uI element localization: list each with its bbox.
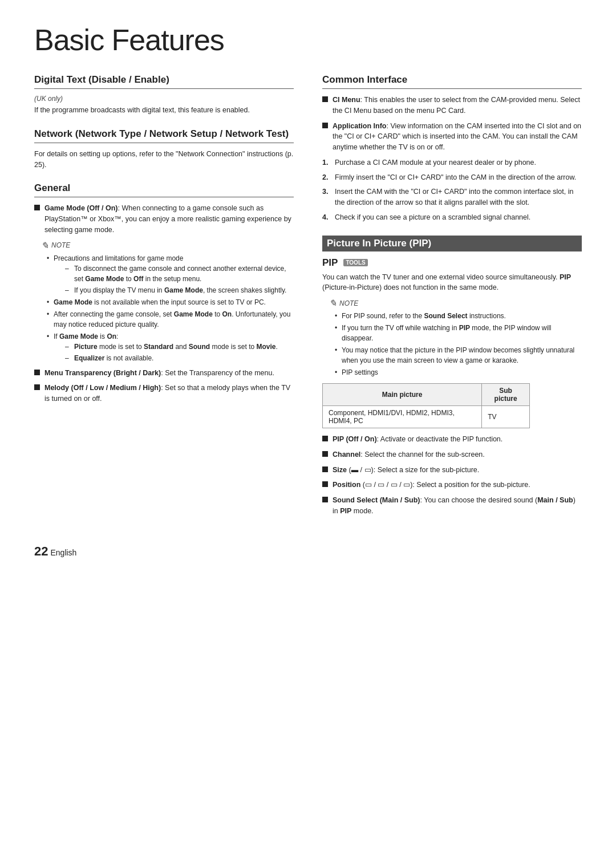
menu-transparency-bullet: Menu Transparency (Bright / Dark): Set t… [34, 368, 294, 379]
pip-off-on-label: PIP (Off / On) [333, 435, 377, 443]
bullet-icon-ci [322, 96, 328, 102]
pip-off-on-text: PIP (Off / On): Activate or deactivate t… [333, 434, 582, 445]
ci-menu-text: CI Menu: This enables the user to select… [333, 95, 582, 116]
step-3-text: Insert the CAM with the "CI or CI+ CARD"… [335, 186, 582, 208]
game-mode-text: Game Mode (Off / On): When connecting to… [44, 203, 294, 235]
left-column: Digital Text (Disable / Enable) (UK only… [34, 74, 294, 521]
pip-table-row1-col1: Component, HDMI1/DVI, HDMI2, HDMI3, HDMI… [323, 406, 482, 428]
step-1-num: 1. [322, 157, 331, 168]
step-3: 3. Insert the CAM with the "CI or CI+ CA… [322, 186, 582, 208]
bullet-icon [34, 205, 40, 210]
note-sub-2b: Equalizer is not available. [65, 353, 294, 363]
melody-text: Melody (Off / Low / Medium / High): Set … [44, 383, 294, 404]
note-section: ✎ NOTE Precautions and limitations for g… [34, 240, 294, 363]
pip-off-on-bullet: PIP (Off / On): Activate or deactivate t… [322, 434, 582, 445]
melody-bullet: Melody (Off / Low / Medium / High): Set … [34, 383, 294, 404]
page-number: 22 [34, 544, 48, 558]
position-bullet: Position (▭ / ▭ / ▭ / ▭): Select a posit… [322, 480, 582, 490]
channel-label: Channel [333, 451, 360, 459]
step-4-text: Check if you can see a picture on a scra… [335, 212, 530, 223]
numbered-steps: 1. Purchase a CI CAM module at your near… [322, 157, 582, 223]
section-network-title: Network (Network Type / Network Setup / … [34, 128, 294, 143]
step-2-text: Firmly insert the "CI or CI+ CARD" into … [335, 172, 576, 183]
pip-note-1: For PIP sound, refer to the Sound Select… [335, 311, 582, 321]
step-1: 1. Purchase a CI CAM module at your near… [322, 157, 582, 168]
step-2: 2. Firmly insert the "CI or CI+ CARD" in… [322, 172, 582, 183]
size-label: Size [333, 466, 347, 474]
step-3-num: 3. [322, 186, 331, 197]
game-mode-bullet: Game Mode (Off / On): When connecting to… [34, 203, 294, 235]
channel-text: Channel: Select the channel for the sub-… [333, 449, 582, 460]
melody-label: Melody (Off / Low / Medium / High) [44, 384, 161, 392]
section-general-title: General [34, 182, 294, 197]
position-label: Position [333, 481, 360, 489]
bullet-icon-pip1 [322, 436, 328, 441]
note-item-3: After connecting the game console, set G… [47, 309, 294, 330]
bullet-icon-pip3 [322, 466, 328, 472]
size-bullet: Size (▬ / ▭): Select a size for the sub-… [322, 465, 582, 476]
ci-menu-desc: : This enables the user to select from t… [333, 96, 580, 115]
channel-bullet: Channel: Select the channel for the sub-… [322, 449, 582, 460]
pip-table-row1: Component, HDMI1/DVI, HDMI2, HDMI3, HDMI… [323, 406, 530, 428]
page-language: English [50, 548, 76, 557]
pip-body: You can watch the TV tuner and one exter… [322, 272, 582, 294]
section-pip-title: Picture In Picture (PIP) [322, 236, 582, 251]
pip-note-4: PIP settings [335, 367, 582, 378]
pip-note-bullets: For PIP sound, refer to the Sound Select… [329, 311, 582, 378]
note-sub-2: Picture mode is set to Standard and Soun… [54, 342, 294, 363]
digital-text-body: If the programme broadcasts with digital… [34, 105, 294, 116]
pip-table-col2-header: Sub picture [482, 384, 530, 406]
bullet-icon-pip4 [322, 481, 328, 487]
pip-note-icon: ✎ [329, 298, 337, 309]
tools-badge: TOOLS [343, 259, 367, 266]
step-4: 4. Check if you can see a picture on a s… [322, 212, 582, 223]
ci-menu-label: CI Menu [333, 96, 360, 104]
pip-note-2: If you turn the TV off while watching in… [335, 323, 582, 343]
page-title: Basic Features [34, 23, 582, 57]
app-info-bullet: Application Info: View information on th… [322, 121, 582, 153]
sound-select-text: Sound Select (Main / Sub): You can choos… [333, 495, 582, 517]
section-common-interface-title: Common Interface [322, 74, 582, 89]
pip-table-col1-header: Main picture [323, 384, 482, 406]
note-sub-2a: Picture mode is set to Standard and Soun… [65, 342, 294, 352]
bullet-icon-3 [34, 384, 40, 390]
bullet-icon-pip2 [322, 451, 328, 457]
page-footer: 22English [34, 544, 582, 559]
sound-select-bullet: Sound Select (Main / Sub): You can choos… [322, 495, 582, 517]
size-text: Size (▬ / ▭): Select a size for the sub-… [333, 465, 582, 476]
pip-label: PIP [322, 257, 338, 269]
section-digital-text-title: Digital Text (Disable / Enable) [34, 74, 294, 89]
pip-table: Main picture Sub picture Component, HDMI… [322, 383, 530, 428]
network-body: For details on setting up options, refer… [34, 149, 294, 171]
bullet-icon-pip5 [322, 497, 328, 502]
app-info-label: Application Info [333, 122, 386, 130]
game-mode-label: Game Mode (Off / On) [44, 204, 117, 212]
note-sub-1: To disconnect the game console and conne… [54, 263, 294, 295]
step-2-num: 2. [322, 172, 331, 183]
pip-note-3: You may notice that the picture in the P… [335, 345, 582, 366]
right-column: Common Interface CI Menu: This enables t… [322, 74, 582, 521]
app-info-text: Application Info: View information on th… [333, 121, 582, 153]
pip-table-row1-col2: TV [482, 406, 530, 428]
note-sub-1a: To disconnect the game console and conne… [65, 263, 294, 284]
note-sub-1b: If you display the TV menu in Game Mode,… [65, 285, 294, 295]
bullet-icon-2 [34, 370, 40, 375]
menu-transparency-desc: : Set the Transparency of the menu. [161, 369, 274, 377]
note-label: ✎ NOTE [41, 240, 294, 251]
position-text: Position (▭ / ▭ / ▭ / ▭): Select a posit… [333, 480, 582, 490]
note-icon: ✎ [41, 240, 48, 251]
note-item-1: Precautions and limitations for game mod… [47, 253, 294, 295]
sound-select-label: Sound Select (Main / Sub) [333, 496, 420, 504]
step-4-num: 4. [322, 212, 331, 223]
note-item-2: Game Mode is not available when the inpu… [47, 297, 294, 307]
note-item-4: If Game Mode is On: Picture mode is set … [47, 331, 294, 363]
note-bullets: Precautions and limitations for game mod… [41, 253, 294, 363]
main-content: Digital Text (Disable / Enable) (UK only… [34, 74, 582, 521]
uk-only-label: (UK only) [34, 95, 294, 103]
pip-note-section: ✎ NOTE For PIP sound, refer to the Sound… [322, 298, 582, 378]
ci-menu-bullet: CI Menu: This enables the user to select… [322, 95, 582, 116]
pip-note-label: ✎ NOTE [329, 298, 582, 309]
pip-heading: PIP TOOLS [322, 257, 582, 269]
menu-transparency-label: Menu Transparency (Bright / Dark) [44, 369, 161, 377]
step-1-text: Purchase a CI CAM module at your nearest… [335, 157, 536, 168]
